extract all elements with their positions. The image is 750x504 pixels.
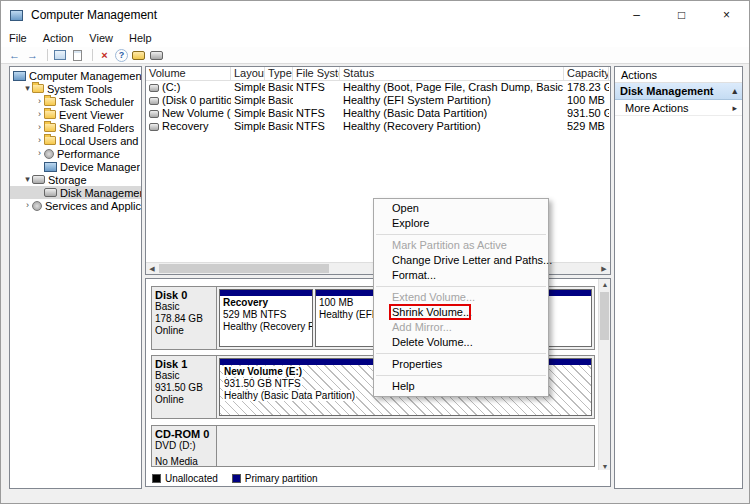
menu-help[interactable]: Help — [121, 29, 160, 47]
collapse-icon[interactable]: › — [35, 121, 44, 134]
minimize-button[interactable]: – — [614, 1, 659, 29]
tree-item-disk-management[interactable]: Disk Management — [10, 186, 141, 199]
tree-item-device-manager[interactable]: Device Manager — [10, 160, 141, 173]
toolbar-separator — [92, 49, 93, 61]
legend-label-primary-partition: Primary partition — [245, 473, 318, 484]
delete-icon[interactable]: × — [97, 48, 112, 62]
collapse-icon[interactable]: › — [35, 134, 44, 147]
back-icon[interactable]: ← — [7, 48, 22, 62]
volume-row-new-volume-e[interactable]: New Volume (E:) Simple Basic NTFS Health… — [146, 107, 610, 120]
expand-icon[interactable]: ▾ — [23, 173, 32, 186]
maximize-button[interactable]: □ — [659, 1, 704, 29]
file-system-cell: NTFS — [293, 81, 340, 94]
scroll-up-icon[interactable]: ▲ — [599, 279, 611, 290]
properties-icon[interactable] — [70, 48, 85, 62]
partition-status: Healthy (Basic Data Partition) — [223, 390, 356, 401]
capacity-cell: 100 MB — [564, 94, 609, 107]
collapse-section-icon[interactable]: ▴ — [732, 86, 737, 96]
column-header-type[interactable]: Type — [265, 67, 293, 80]
actions-section-label: Disk Management — [620, 85, 732, 97]
context-menu-item-change-drive-letter[interactable]: Change Drive Letter and Paths... — [374, 253, 548, 268]
context-menu-item-delete-volume[interactable]: Delete Volume... — [374, 335, 548, 350]
volume-name-cell: New Volume (E:) — [146, 107, 231, 120]
column-header-capacity[interactable]: Capacity — [564, 67, 609, 80]
layout-cell: Simple — [231, 81, 265, 94]
tree-item-local-users-and-groups[interactable]: › Local Users and Groups — [10, 134, 141, 147]
computer-icon — [13, 71, 26, 81]
tree-item-storage[interactable]: ▾ Storage — [10, 173, 141, 186]
actions-section-disk-management[interactable]: Disk Management ▴ — [615, 83, 742, 100]
scrollbar-thumb[interactable] — [159, 264, 329, 273]
event-viewer-icon — [44, 110, 56, 119]
capacity-cell: 178.23 GB — [564, 81, 609, 94]
disk-status: No Media — [155, 456, 213, 468]
actions-panel: Actions Disk Management ▴ More Actions ▸ — [614, 66, 743, 489]
tree-item-label: Device Manager — [60, 161, 140, 173]
close-button[interactable]: × — [704, 1, 749, 29]
collapse-icon[interactable]: › — [35, 147, 44, 160]
help-icon[interactable]: ? — [115, 49, 128, 62]
volume-row-disk0-partition2[interactable]: (Disk 0 partition 2) Simple Basic Health… — [146, 94, 610, 107]
volume-icon — [149, 84, 159, 92]
volume-icon — [149, 110, 159, 118]
status-cell: Healthy (EFI System Partition) — [340, 94, 564, 107]
computer-management-window: Computer Management – □ × File Action Vi… — [0, 0, 750, 504]
tree-item-task-scheduler[interactable]: › Task Scheduler — [10, 95, 141, 108]
tree-item-system-tools[interactable]: ▾ System Tools — [10, 82, 141, 95]
toolbar-separator — [47, 49, 48, 61]
vertical-scrollbar[interactable]: ▲ ▼ — [598, 279, 610, 472]
partition-recovery[interactable]: Recovery 529 MB NTFS Healthy (Recovery P… — [219, 289, 313, 347]
volume-row-c[interactable]: (C:) Simple Basic NTFS Healthy (Boot, Pa… — [146, 81, 610, 94]
tree-item-services-and-applications[interactable]: › Services and Applications — [10, 199, 141, 212]
tree-item-label: Computer Management (Local — [29, 70, 141, 82]
tree-item-computer-management[interactable]: Computer Management (Local — [10, 69, 141, 82]
disk0-label-box[interactable]: Disk 0 Basic 178.84 GB Online — [152, 287, 217, 349]
disk-action-icon[interactable] — [131, 48, 146, 62]
tree-item-performance[interactable]: › Performance — [10, 147, 141, 160]
more-actions-label: More Actions — [625, 102, 732, 114]
disk1-label-box[interactable]: Disk 1 Basic 931.50 GB Online — [152, 356, 217, 418]
column-header-layout[interactable]: Layout — [231, 67, 265, 80]
performance-icon — [44, 149, 54, 159]
console-tree: Computer Management (Local ▾ System Tool… — [9, 66, 142, 489]
column-header-status[interactable]: Status — [340, 67, 564, 80]
menu-file[interactable]: File — [1, 29, 35, 47]
status-cell: Healthy (Recovery Partition) — [340, 120, 564, 133]
column-header-file-system[interactable]: File System — [293, 67, 340, 80]
partition-size: 931.50 GB NTFS — [223, 378, 302, 389]
disk-size: 931.50 GB — [155, 382, 213, 394]
more-actions-item[interactable]: More Actions ▸ — [615, 100, 742, 116]
tree-item-event-viewer[interactable]: › Event Viewer — [10, 108, 141, 121]
volume-row-recovery[interactable]: Recovery Simple Basic NTFS Healthy (Reco… — [146, 120, 610, 133]
context-menu-item-add-mirror: Add Mirror... — [374, 320, 548, 335]
system-tools-icon — [32, 84, 44, 93]
menu-view[interactable]: View — [81, 29, 121, 47]
column-header-volume[interactable]: Volume — [146, 67, 231, 80]
actions-panel-title: Actions — [615, 67, 742, 83]
type-cell: Basic — [265, 120, 293, 133]
capacity-cell: 529 MB — [564, 120, 609, 133]
scroll-right-icon[interactable]: ▶ — [598, 263, 610, 274]
context-menu-item-properties[interactable]: Properties — [374, 357, 548, 372]
disk-status: Online — [155, 325, 213, 337]
show-console-tree-icon[interactable] — [52, 48, 67, 62]
cdrom0-label-box[interactable]: CD-ROM 0 DVD (D:) No Media — [152, 426, 217, 466]
volume-name-cell: Recovery — [146, 120, 231, 133]
context-menu-item-help[interactable]: Help — [374, 379, 548, 394]
collapse-icon[interactable]: › — [35, 95, 44, 108]
menu-separator — [376, 234, 546, 235]
context-menu-item-format[interactable]: Format... — [374, 268, 548, 283]
collapse-icon[interactable]: › — [35, 108, 44, 121]
forward-icon[interactable]: → — [25, 48, 40, 62]
context-menu-item-explore[interactable]: Explore — [374, 216, 548, 231]
expand-icon[interactable]: ▾ — [23, 82, 32, 95]
menu-action[interactable]: Action — [35, 29, 82, 47]
disk-view-icon[interactable] — [149, 48, 164, 62]
partition-title: Recovery — [223, 297, 309, 309]
scroll-left-icon[interactable]: ◀ — [146, 263, 158, 274]
tree-item-shared-folders[interactable]: › Shared Folders — [10, 121, 141, 134]
collapse-icon[interactable]: › — [23, 199, 32, 212]
context-menu-item-open[interactable]: Open — [374, 201, 548, 216]
context-menu-item-shrink-volume[interactable]: Shrink Volume... — [374, 305, 548, 320]
scrollbar-thumb[interactable] — [600, 292, 609, 340]
